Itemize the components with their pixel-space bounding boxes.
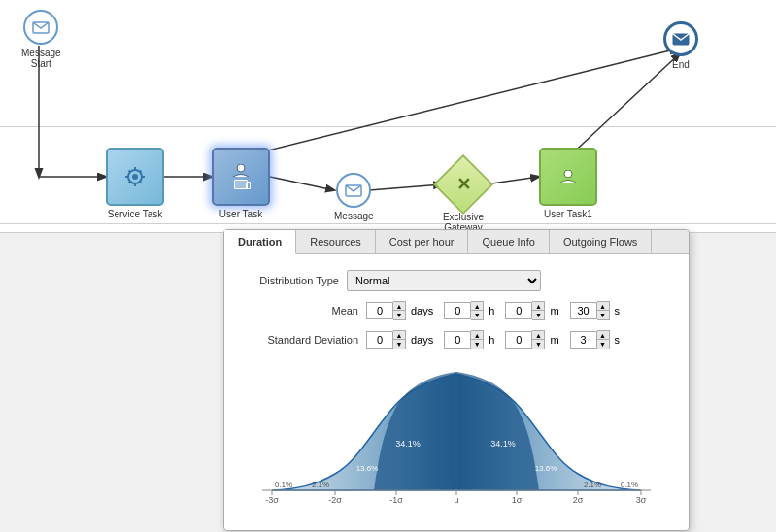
mean-days-label: days	[411, 305, 433, 316]
mean-seconds-field: ▲ ▼	[570, 301, 610, 320]
tab-outgoing-flows[interactable]: Outgoing Flows	[550, 230, 652, 253]
stddev-seconds-field: ▲ ▼	[570, 330, 610, 349]
stddev-seconds-unit: ▲ ▼ s	[570, 330, 624, 349]
mean-seconds-input[interactable]	[570, 302, 597, 319]
canvas-rule-top	[0, 126, 776, 127]
user-task-box	[212, 148, 270, 206]
stddev-hours-unit: ▲ ▼ h	[444, 330, 497, 349]
stddev-hours-arrows: ▲ ▼	[471, 330, 484, 349]
mean-seconds-unit: ▲ ▼ s	[570, 301, 624, 320]
tab-resources[interactable]: Resources	[296, 230, 376, 253]
mean-minutes-up[interactable]: ▲	[532, 302, 544, 311]
stddev-minutes-input[interactable]	[505, 331, 532, 349]
mean-seconds-down[interactable]: ▼	[597, 311, 609, 319]
pct-34-1-right: 34.1%	[490, 439, 516, 449]
panel-tabs: Duration Resources Cost per hour Queue I…	[224, 230, 689, 254]
x-label-3s-pos: 3σ	[636, 495, 647, 505]
canvas: Message Start Service Task	[0, 0, 776, 233]
stddev-hours-input[interactable]	[444, 331, 471, 349]
mean-row: Mean ▲ ▼ days ▲	[240, 301, 673, 320]
stddev-hours-down[interactable]: ▼	[471, 340, 483, 349]
x-label-3s-neg: -3σ	[265, 495, 279, 505]
x-label-1s-pos: 1σ	[512, 495, 523, 505]
mean-minutes-unit: ▲ ▼ m	[505, 301, 561, 320]
svg-line-3	[270, 177, 334, 190]
mean-hours-input[interactable]	[444, 302, 471, 319]
stddev-seconds-up[interactable]: ▲	[597, 331, 609, 340]
stddev-days-field: ▲ ▼	[366, 330, 406, 349]
tab-queue-info[interactable]: Queue Info	[468, 230, 549, 253]
stddev-seconds-down[interactable]: ▼	[597, 340, 609, 349]
end-node[interactable]: End	[663, 21, 698, 70]
x-label-2s-pos: 2σ	[573, 495, 584, 505]
stddev-seconds-arrows: ▲ ▼	[597, 330, 610, 349]
bell-curve-svg: 34.1% 34.1% 13.6% 13.6% 2.1% 2.1% 0.1% 0…	[243, 359, 670, 515]
pct-34-1-left: 34.1%	[395, 439, 421, 449]
stddev-hours-field: ▲ ▼	[444, 330, 484, 349]
mean-seconds-arrows: ▲ ▼	[597, 301, 610, 320]
user-task-node[interactable]: User Task	[212, 148, 270, 219]
mean-days-input[interactable]	[366, 302, 393, 319]
pct-0-1-right: 0.1%	[621, 481, 638, 489]
mean-days-field: ▲ ▼	[366, 301, 406, 320]
stddev-hours-up[interactable]: ▲	[471, 331, 483, 340]
stddev-row: Standard Deviation ▲ ▼ days	[240, 330, 673, 349]
mean-minutes-input[interactable]	[505, 302, 532, 319]
pct-2-1-left: 2.1%	[312, 481, 329, 489]
stddev-seconds-label: s	[615, 334, 621, 346]
svg-point-21	[564, 170, 572, 178]
exclusive-gateway-node[interactable]: ✕ ExclusiveGateway	[439, 160, 488, 233]
x-label-mu: μ	[454, 495, 458, 505]
mean-minutes-field: ▲ ▼	[505, 301, 545, 320]
pct-0-1-left: 0.1%	[275, 481, 292, 489]
distribution-type-label: Distribution Type	[240, 275, 347, 286]
mean-hours-unit: ▲ ▼ h	[444, 301, 497, 320]
stddev-days-input[interactable]	[366, 331, 393, 349]
svg-point-19	[237, 164, 245, 172]
tab-cost-per-hour[interactable]: Cost per hour	[376, 230, 469, 253]
mean-hours-arrows: ▲ ▼	[471, 301, 484, 320]
mean-hours-up[interactable]: ▲	[471, 302, 483, 311]
stddev-days-up[interactable]: ▲	[393, 331, 405, 340]
user-task1-label: User Task1	[544, 209, 592, 219]
mean-minutes-down[interactable]: ▼	[532, 311, 544, 319]
stddev-minutes-label: m	[550, 334, 558, 346]
tab-duration[interactable]: Duration	[224, 230, 296, 254]
stddev-seconds-input[interactable]	[570, 331, 597, 349]
service-task-box	[106, 148, 164, 206]
mean-hours-label: h	[489, 305, 494, 316]
stddev-hours-label: h	[489, 334, 494, 346]
user-task-label: User Task	[219, 209, 262, 219]
mean-seconds-up[interactable]: ▲	[597, 302, 609, 311]
end-label: End	[672, 59, 690, 70]
stddev-label: Standard Deviation	[240, 334, 366, 346]
user-task1-node[interactable]: User Task1	[539, 148, 597, 219]
service-task-node[interactable]: Service Task	[106, 148, 164, 219]
msg-start-node[interactable]: Message Start	[21, 10, 61, 69]
pct-2-1-right: 2.1%	[584, 481, 601, 489]
stddev-minutes-down[interactable]: ▼	[532, 340, 544, 349]
distribution-type-row: Distribution Type Normal	[240, 270, 673, 291]
stddev-days-down[interactable]: ▼	[393, 340, 405, 349]
svg-line-4	[369, 184, 442, 190]
x-label-2s-neg: -2σ	[328, 495, 342, 505]
mean-days-down[interactable]: ▼	[393, 311, 405, 319]
mean-days-unit: ▲ ▼ days	[366, 301, 436, 320]
mean-hours-field: ▲ ▼	[444, 301, 484, 320]
message-node[interactable]: Message	[334, 173, 374, 221]
msg-start-label: Message Start	[21, 48, 61, 69]
stddev-days-arrows: ▲ ▼	[393, 330, 406, 349]
user-task1-box	[539, 148, 597, 206]
stddev-minutes-up[interactable]: ▲	[532, 331, 544, 340]
canvas-rule-bottom	[0, 223, 776, 224]
stddev-spinner-group: ▲ ▼ days ▲ ▼ h	[366, 330, 626, 349]
mean-days-up[interactable]: ▲	[393, 302, 405, 311]
mean-hours-down[interactable]: ▼	[471, 311, 483, 319]
mean-label: Mean	[240, 305, 366, 316]
distribution-type-select[interactable]: Normal	[347, 270, 541, 291]
mean-spinner-group: ▲ ▼ days ▲ ▼ h	[366, 301, 626, 320]
svg-line-7	[241, 49, 678, 157]
bell-curve-chart: 34.1% 34.1% 13.6% 13.6% 2.1% 2.1% 0.1% 0…	[240, 359, 673, 515]
service-task-label: Service Task	[108, 209, 163, 219]
pct-13-6-right: 13.6%	[535, 464, 557, 473]
